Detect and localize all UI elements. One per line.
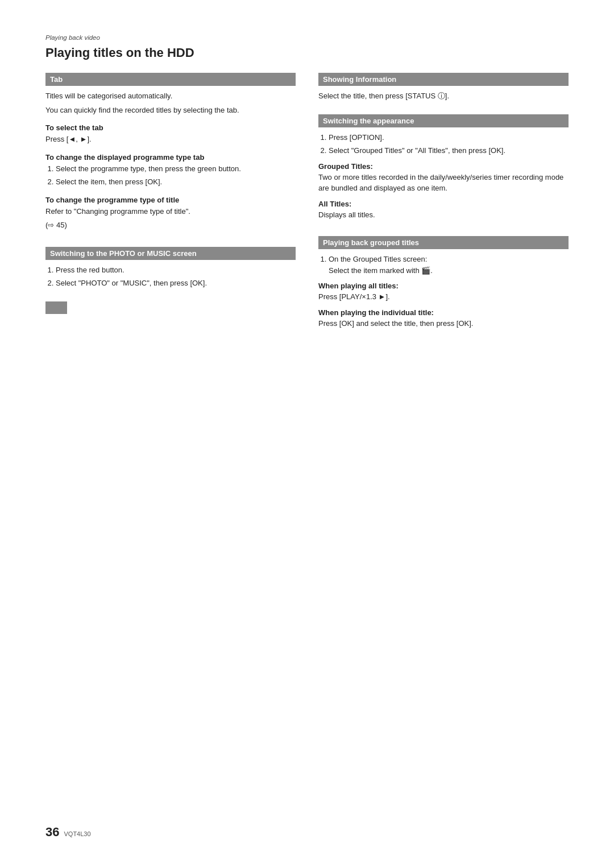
playing-individual-heading: When playing the individual title: — [318, 308, 569, 317]
change-programme-list: Select the programme type, then press th… — [56, 163, 296, 188]
photo-music-list: Press the red button. Select "PHOTO" or … — [56, 264, 296, 289]
footer: 36 VQT4L30 — [45, 825, 91, 840]
tab-section-body: Titles will be categorised automatically… — [45, 90, 296, 231]
tab-section-header: Tab — [45, 73, 296, 86]
page-number: 36 — [45, 825, 59, 840]
select-tab-text: Press [◄, ►]. — [45, 134, 296, 145]
grouped-playback-item1-sub: Select the item marked with 🎬. — [329, 266, 433, 275]
change-programme-item1: Select the programme type, then press th… — [56, 163, 296, 175]
photo-music-header: Switching to the PHOTO or MUSIC screen — [45, 247, 296, 260]
playing-individual-text: Press [OK] and select the title, then pr… — [318, 318, 569, 329]
change-type-text2: (⇨ 45) — [45, 220, 296, 231]
photo-music-body: Press the red button. Select "PHOTO" or … — [45, 264, 296, 289]
grouped-titles-text: Two or more titles recorded in the daily… — [318, 172, 569, 194]
right-column: Showing Information Select the title, th… — [318, 73, 569, 341]
playing-all-heading: When playing all titles: — [318, 282, 569, 290]
left-column: Tab Titles will be categorised automatic… — [45, 73, 296, 341]
appearance-item2: Select "Grouped Titles" or "All Titles",… — [329, 145, 569, 156]
grouped-playback-header: Playing back grouped titles — [318, 236, 569, 249]
all-titles-heading: All Titles: — [318, 200, 569, 208]
change-programme-heading: To change the displayed programme type t… — [45, 153, 296, 162]
photo-music-item2: Select "PHOTO" or "MUSIC", then press [O… — [56, 278, 296, 289]
grouped-playback-list: On the Grouped Titles screen: Select the… — [329, 254, 569, 276]
model-code: VQT4L30 — [64, 830, 90, 837]
playing-all-text: Press [PLAY/×1.3 ►]. — [318, 291, 569, 303]
appearance-body: Press [OPTION]. Select "Grouped Titles" … — [318, 132, 569, 221]
select-tab-heading: To select the tab — [45, 123, 296, 132]
grouped-titles-heading: Grouped Titles: — [318, 162, 569, 171]
grouped-playback-section: Playing back grouped titles On the Group… — [318, 236, 569, 329]
appearance-header: Switching the appearance — [318, 114, 569, 127]
appearance-item1: Press [OPTION]. — [329, 132, 569, 143]
tab-section: Tab Titles will be categorised automatic… — [45, 73, 296, 231]
showing-info-header: Showing Information — [318, 73, 569, 86]
photo-music-section: Switching to the PHOTO or MUSIC screen P… — [45, 247, 296, 289]
grouped-playback-body: On the Grouped Titles screen: Select the… — [318, 254, 569, 329]
showing-info-text: Select the title, then press [STATUS ⓘ]. — [318, 90, 569, 102]
appearance-list: Press [OPTION]. Select "Grouped Titles" … — [329, 132, 569, 156]
showing-info-section: Showing Information Select the title, th… — [318, 73, 569, 102]
photo-music-item1: Press the red button. — [56, 264, 296, 276]
showing-info-body: Select the title, then press [STATUS ⓘ]. — [318, 90, 569, 102]
decorative-bar — [45, 301, 67, 314]
change-type-text1: Refer to "Changing programme type of tit… — [45, 206, 296, 217]
change-type-heading: To change the programme type of title — [45, 196, 296, 204]
all-titles-text: Displays all titles. — [318, 209, 569, 221]
appearance-section: Switching the appearance Press [OPTION].… — [318, 114, 569, 221]
tab-body-line1: Titles will be categorised automatically… — [45, 90, 296, 102]
tab-body-line2: You can quickly find the recorded titles… — [45, 105, 296, 116]
page-title: Playing titles on the HDD — [45, 46, 569, 60]
grouped-playback-item1: On the Grouped Titles screen: Select the… — [329, 254, 569, 276]
breadcrumb: Playing back video — [45, 34, 569, 41]
change-programme-item2: Select the item, then press [OK]. — [56, 176, 296, 188]
